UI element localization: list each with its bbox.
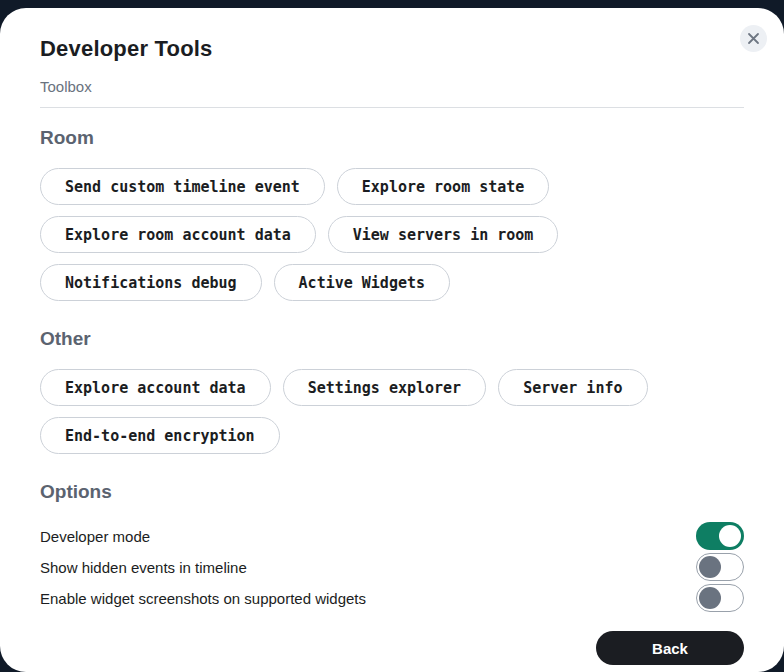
widget-screenshots-label: Enable widget screenshots on supported w… xyxy=(40,590,366,607)
dialog-subtitle: Toolbox xyxy=(40,78,744,108)
section-heading-options: Options xyxy=(40,481,744,503)
options-list: Developer mode Show hidden events in tim… xyxy=(40,522,744,612)
developer-mode-toggle[interactable] xyxy=(696,522,744,550)
show-hidden-events-toggle[interactable] xyxy=(696,553,744,581)
notifications-debug-button[interactable]: Notifications debug xyxy=(40,264,262,301)
show-hidden-events-label: Show hidden events in timeline xyxy=(40,559,247,576)
close-button[interactable] xyxy=(740,25,767,52)
explore-room-account-data-button[interactable]: Explore room account data xyxy=(40,216,316,253)
section-heading-other: Other xyxy=(40,328,744,350)
explore-room-state-button[interactable]: Explore room state xyxy=(337,168,550,205)
send-custom-timeline-event-button[interactable]: Send custom timeline event xyxy=(40,168,325,205)
toggle-knob xyxy=(719,525,741,547)
developer-tools-dialog: Developer Tools Toolbox Room Send custom… xyxy=(0,8,784,672)
option-row-widget-screenshots: Enable widget screenshots on supported w… xyxy=(40,584,744,612)
dialog-footer: Back xyxy=(40,631,744,665)
explore-account-data-button[interactable]: Explore account data xyxy=(40,369,271,406)
other-button-group: Explore account data Settings explorer S… xyxy=(40,369,744,454)
close-icon xyxy=(747,32,760,45)
option-row-developer-mode: Developer mode xyxy=(40,522,744,550)
page-title: Developer Tools xyxy=(40,36,744,62)
server-info-button[interactable]: Server info xyxy=(498,369,647,406)
back-button[interactable]: Back xyxy=(596,631,744,665)
developer-mode-label: Developer mode xyxy=(40,528,150,545)
view-servers-in-room-button[interactable]: View servers in room xyxy=(328,216,559,253)
end-to-end-encryption-button[interactable]: End-to-end encryption xyxy=(40,417,280,454)
toggle-knob xyxy=(699,587,721,609)
active-widgets-button[interactable]: Active Widgets xyxy=(274,264,450,301)
settings-explorer-button[interactable]: Settings explorer xyxy=(283,369,487,406)
toggle-knob xyxy=(699,556,721,578)
option-row-show-hidden-events: Show hidden events in timeline xyxy=(40,553,744,581)
room-button-group: Send custom timeline event Explore room … xyxy=(40,168,744,301)
section-heading-room: Room xyxy=(40,127,744,149)
widget-screenshots-toggle[interactable] xyxy=(696,584,744,612)
